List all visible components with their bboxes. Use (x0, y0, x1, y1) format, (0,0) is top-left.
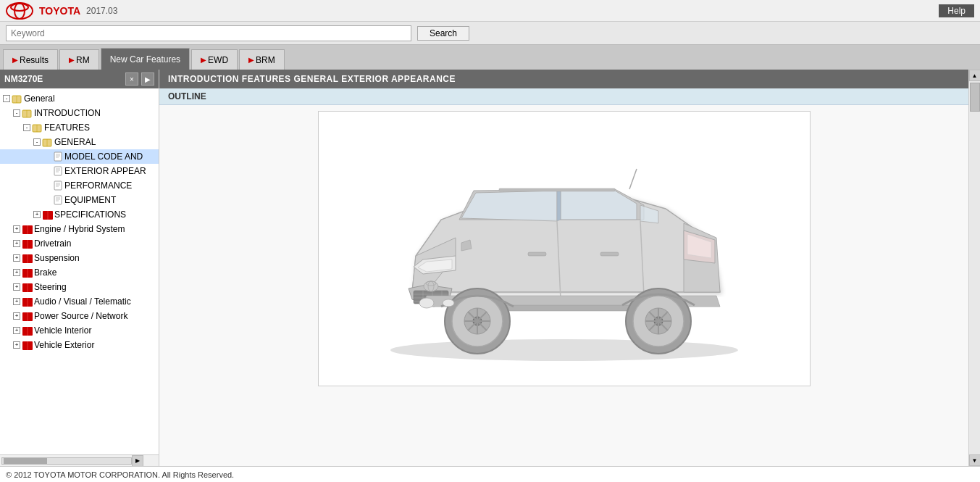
tree-item-label: Audio / Visual / Telematic (34, 295, 131, 308)
folder-icon (32, 123, 42, 132)
tree-item-features[interactable]: -FEATURES (0, 120, 159, 135)
tree-item-exterior-appear[interactable]: EXTERIOR APPEAR (0, 164, 159, 178)
svg-rect-81 (499, 188, 615, 191)
book-icon (22, 341, 32, 349)
svg-point-79 (419, 298, 434, 308)
tree-item-performance[interactable]: PERFORMANCE (0, 178, 159, 193)
tree-item-label: Vehicle Interior (34, 324, 91, 337)
expand-icon[interactable]: - (23, 124, 30, 131)
tree-item-engine[interactable]: +Engine / Hybrid System (0, 222, 159, 236)
doc-icon (54, 180, 62, 191)
tree-item-specifications[interactable]: +SPECIFICATIONS (0, 207, 159, 222)
scroll-up-button[interactable]: ▲ (969, 70, 981, 81)
top-bar: TOYOTA 2017.03 Help (0, 0, 980, 22)
horizontal-scrollbar[interactable] (1, 457, 132, 465)
tab-ewd[interactable]: ▶ EWD (191, 49, 238, 70)
search-bar: Search (0, 22, 980, 45)
help-button[interactable]: Help (939, 4, 974, 17)
tree-item-label: GENERAL (54, 136, 96, 149)
svg-point-80 (443, 299, 454, 307)
tab-results[interactable]: ▶ Results (3, 49, 58, 70)
car-image-container (318, 111, 811, 386)
svg-rect-23 (54, 196, 62, 204)
tree-item-label: SPECIFICATIONS (54, 208, 126, 221)
tree-item-general2[interactable]: -GENERAL (0, 135, 159, 149)
tree-item-label: Brake (34, 266, 56, 279)
tree-item-label: FEATURES (44, 121, 90, 134)
svg-rect-61 (600, 252, 619, 256)
expand-icon[interactable]: - (13, 109, 20, 117)
vertical-scrollbar-track[interactable] (969, 81, 981, 454)
tree-item-label: MODEL CODE AND (64, 150, 143, 163)
tree-item-label: Suspension (34, 252, 80, 265)
search-button[interactable]: Search (417, 26, 469, 41)
tree-item-brake[interactable]: +Brake (0, 265, 159, 280)
tab-label-brm: BRM (256, 55, 275, 65)
tree-item-label: EXTERIOR APPEAR (64, 165, 146, 178)
expand-icon[interactable]: + (13, 225, 20, 233)
expand-icon[interactable]: + (13, 341, 20, 349)
expand-icon[interactable]: + (13, 327, 20, 334)
expand-icon[interactable]: - (3, 95, 10, 102)
copyright-text: © 2012 TOYOTA MOTOR CORPORATION. All Rig… (6, 470, 234, 479)
logo-area: TOYOTA 2017.03 (6, 2, 117, 20)
car-illustration (354, 125, 774, 372)
tree-item-model-code[interactable]: MODEL CODE AND (0, 149, 159, 164)
tree-container[interactable]: -General-INTRODUCTION-FEATURES-GENERALMO… (0, 88, 159, 454)
book-icon (22, 283, 32, 291)
expand-icon[interactable]: + (13, 283, 20, 291)
tab-label-results: Results (20, 55, 49, 65)
expand-icon[interactable]: + (13, 240, 20, 247)
tab-label-ewd: EWD (208, 55, 228, 65)
right-scrollbar: ▲ ▼ (968, 70, 980, 466)
scrollbar-thumb (4, 458, 47, 464)
tree-item-suspension[interactable]: +Suspension (0, 251, 159, 265)
book-icon (22, 297, 32, 306)
vertical-scrollbar-thumb (970, 83, 980, 112)
svg-line-82 (629, 169, 637, 189)
panel-title: NM3270E (4, 74, 43, 84)
tree-item-label: Vehicle Exterior (34, 338, 94, 352)
brand-name: TOYOTA (39, 5, 80, 17)
panel-play-button[interactable]: ▶ (141, 72, 154, 86)
expand-icon[interactable]: + (33, 211, 41, 218)
expand-icon[interactable]: + (13, 298, 20, 305)
book-icon (22, 225, 32, 233)
tab-label-new-car-features: New Car Features (110, 54, 180, 65)
tabs-bar: ▶ Results▶ RMNew Car Features▶ EWD▶ BRM (0, 45, 980, 70)
tab-brm[interactable]: ▶ BRM (239, 49, 285, 70)
tree-item-label: Drivetrain (34, 237, 71, 250)
tree-item-equipment[interactable]: EQUIPMENT (0, 193, 159, 207)
content-header: INTRODUCTION FEATURES GENERAL EXTERIOR A… (159, 70, 968, 88)
tab-label-rm: RM (76, 55, 90, 65)
left-panel: NM3270E × ▶ -General-INTRODUCTION-FEATUR… (0, 70, 159, 466)
content-subheader: OUTLINE (159, 88, 968, 105)
search-input[interactable] (6, 25, 411, 41)
expand-icon[interactable]: + (13, 254, 20, 262)
scroll-down-button[interactable]: ▼ (969, 454, 981, 466)
tree-item-label: Steering (34, 281, 67, 294)
tree-item-steering[interactable]: +Steering (0, 280, 159, 294)
expand-icon[interactable]: - (33, 138, 41, 146)
panel-header: NM3270E × ▶ (0, 70, 159, 88)
tree-item-audio[interactable]: +Audio / Visual / Telematic (0, 294, 159, 309)
tree-item-vehicle-exterior[interactable]: +Vehicle Exterior (0, 338, 159, 352)
tree-item-drivetrain[interactable]: +Drivetrain (0, 236, 159, 251)
tree-item-label: EQUIPMENT (64, 194, 116, 207)
tree-item-introduction[interactable]: -INTRODUCTION (0, 106, 159, 120)
expand-icon[interactable]: + (13, 312, 20, 320)
expand-icon[interactable]: + (13, 269, 20, 276)
panel-close-button[interactable]: × (125, 72, 138, 86)
scroll-right-button[interactable]: ▶ (132, 455, 143, 467)
tree-item-vehicle-interior[interactable]: +Vehicle Interior (0, 323, 159, 338)
tree-item-label: Power Source / Network (34, 309, 127, 323)
svg-rect-60 (528, 252, 546, 256)
svg-rect-15 (54, 167, 62, 175)
book-icon (22, 312, 32, 320)
svg-point-47 (390, 339, 738, 361)
tab-rm[interactable]: ▶ RM (59, 49, 99, 70)
tree-item-power-source[interactable]: +Power Source / Network (0, 309, 159, 323)
tree-item-general[interactable]: -General (0, 91, 159, 106)
content-area: INTRODUCTION FEATURES GENERAL EXTERIOR A… (159, 70, 968, 466)
tab-new-car-features[interactable]: New Car Features (101, 48, 190, 70)
